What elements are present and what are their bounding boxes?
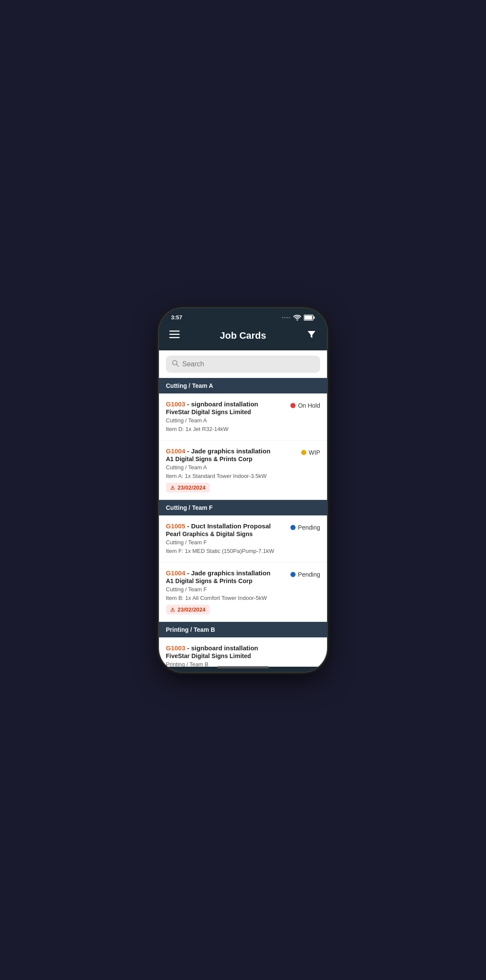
card-company: Pearl Graphics & Digital Signs [166, 531, 290, 537]
date-text: 23/02/2024 [178, 606, 206, 613]
search-icon [172, 360, 179, 368]
section-header-printing-team-b: Printing / Team B [159, 622, 327, 637]
app-header: Job Cards [159, 323, 327, 350]
svg-rect-5 [169, 337, 180, 338]
status-time: 3:57 [171, 314, 182, 321]
card-company: A1 Digital Signs & Prints Corp [166, 577, 290, 584]
filter-button[interactable] [305, 328, 318, 343]
card-meta-1: Printing / Team B [166, 660, 320, 667]
status-dot-blue [290, 525, 296, 530]
job-id: G1004 [166, 447, 185, 455]
card-left: G1003 - signboard installation FiveStar … [166, 400, 290, 433]
content-area: Cutting / Team A G1003 - signboard insta… [159, 350, 327, 667]
card-meta-2: Item F: 1x MED Static (150Pa)Pump-7.1kW [166, 547, 290, 556]
section-header-cutting-team-a: Cutting / Team A [159, 378, 327, 393]
card-title: G1005 - Duct Installation Proposal [166, 522, 290, 530]
status-label: Pending [298, 571, 320, 578]
status-dot-blue [290, 572, 296, 577]
title-suffix: - Duct Installation Proposal [185, 522, 271, 530]
title-suffix: - signboard installation [185, 644, 258, 652]
card-meta-2: Item B: 1x All Comfort Tower Indoor-5kW [166, 594, 290, 602]
card-status: WIP [301, 449, 320, 456]
home-indicator [217, 666, 269, 668]
job-id: G1005 [166, 522, 185, 530]
date-badge: ⚠ 23/02/2024 [166, 605, 210, 615]
card-meta-2: Item A: 1x Standard Tower Indoor-3.5kW [166, 472, 301, 481]
job-card-g1003-team-a[interactable]: G1003 - signboard installation FiveStar … [159, 393, 327, 440]
signal-icon: ···· [282, 315, 291, 320]
card-company: FiveStar Digital Signs Limited [166, 409, 290, 415]
menu-button[interactable] [168, 329, 181, 342]
card-status: Pending [290, 571, 320, 578]
job-card-g1005-team-f[interactable]: G1005 - Duct Installation Proposal Pearl… [159, 515, 327, 562]
title-suffix: - Jade graphics installation [185, 569, 271, 577]
warning-icon: ⚠ [170, 485, 175, 491]
svg-rect-1 [305, 315, 312, 319]
status-bar: 3:57 ···· [159, 308, 327, 323]
card-left: G1004 - Jade graphics installation A1 Di… [166, 569, 290, 615]
wifi-icon [293, 315, 301, 321]
status-label: On Hold [298, 402, 320, 409]
card-company: FiveStar Digital Signs Limited [166, 652, 320, 659]
job-card-g1004-team-f[interactable]: G1004 - Jade graphics installation A1 Di… [159, 562, 327, 622]
search-input[interactable] [182, 360, 314, 368]
card-status: Pending [290, 524, 320, 531]
svg-rect-4 [169, 334, 180, 335]
card-meta-1: Cutting / Team F [166, 538, 290, 547]
card-title: G1003 - signboard installation [166, 644, 320, 652]
status-dot-red [290, 403, 296, 408]
card-title: G1003 - signboard installation [166, 400, 290, 408]
status-label: Pending [298, 524, 320, 531]
status-bar-right: ···· [282, 315, 315, 321]
search-bar-container [159, 350, 327, 378]
card-title: G1004 - Jade graphics installation [166, 447, 301, 455]
card-left: G1003 - signboard installation FiveStar … [166, 644, 320, 667]
date-text: 23/02/2024 [178, 484, 206, 491]
svg-rect-2 [314, 316, 315, 318]
card-meta-2: Item D: 1x Jet R32-14kW [166, 425, 290, 434]
status-dot-orange [301, 450, 306, 455]
svg-rect-3 [169, 331, 180, 332]
title-suffix: - signboard installation [185, 400, 258, 408]
job-card-g1004-team-a[interactable]: G1004 - Jade graphics installation A1 Di… [159, 440, 327, 500]
battery-icon [304, 315, 315, 321]
section-header-cutting-team-f: Cutting / Team F [159, 500, 327, 515]
warning-icon: ⚠ [170, 607, 175, 613]
date-badge: ⚠ 23/02/2024 [166, 483, 210, 493]
card-meta-1: Cutting / Team A [166, 463, 301, 472]
phone-shell: 3:57 ···· Job Cards [159, 308, 327, 672]
card-left: G1004 - Jade graphics installation A1 Di… [166, 447, 301, 493]
card-company: A1 Digital Signs & Prints Corp [166, 456, 301, 462]
card-meta-1: Cutting / Team F [166, 585, 290, 594]
job-id: G1003 [166, 400, 185, 408]
job-card-g1003-team-b[interactable]: G1003 - signboard installation FiveStar … [159, 637, 327, 667]
card-title: G1004 - Jade graphics installation [166, 569, 290, 577]
title-suffix: - Jade graphics installation [185, 447, 271, 455]
card-status: On Hold [290, 402, 320, 409]
page-title: Job Cards [220, 330, 266, 341]
status-label: WIP [309, 449, 320, 456]
search-input-wrapper[interactable] [166, 356, 320, 373]
job-id: G1004 [166, 569, 185, 577]
card-left: G1005 - Duct Installation Proposal Pearl… [166, 522, 290, 555]
svg-line-7 [177, 365, 179, 367]
card-meta-1: Cutting / Team A [166, 416, 290, 425]
job-id: G1003 [166, 644, 185, 652]
